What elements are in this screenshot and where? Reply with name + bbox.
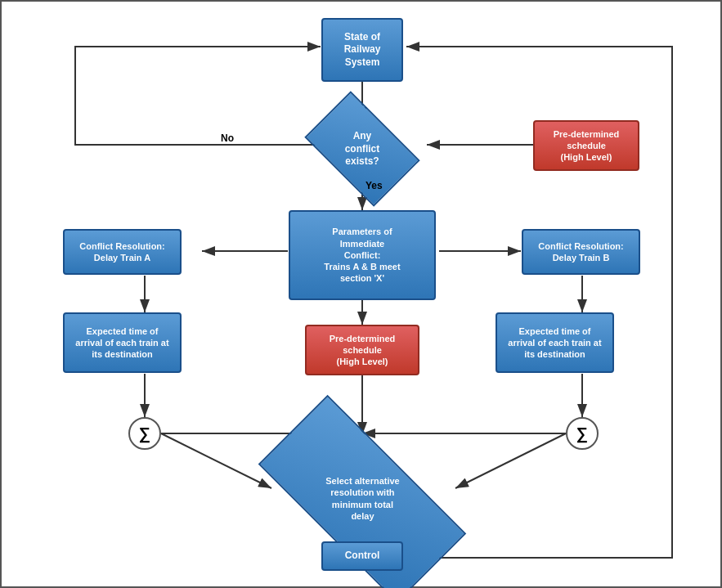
conflict-b-node: Conflict Resolution:Delay Train B <box>522 229 640 275</box>
sigma-left-node: ∑ <box>128 417 161 450</box>
conflict-a-node: Conflict Resolution:Delay Train A <box>63 229 182 275</box>
no-label: No <box>221 132 234 144</box>
predetermined-top-node: Pre-determinedschedule(High Level) <box>533 120 639 171</box>
sigma-right-node: ∑ <box>566 417 599 450</box>
railway-system-node: State of Railway System <box>321 18 403 82</box>
conflict-diamond-label: Anyconflictexists? <box>342 127 383 172</box>
eta-a-label: Expected time ofarrival of each train at… <box>75 325 168 361</box>
diagram-container: State of Railway System Anyconflictexist… <box>0 0 722 588</box>
conflict-diamond-node: Anyconflictexists? <box>304 91 419 206</box>
conflict-a-label: Conflict Resolution:Delay Train A <box>79 240 165 264</box>
sigma-right-symbol: ∑ <box>576 424 588 443</box>
control-label: Control <box>345 550 380 563</box>
yes-label: Yes <box>365 180 383 191</box>
control-node: Control <box>321 541 403 571</box>
eta-b-node: Expected time ofarrival of each train at… <box>496 312 614 373</box>
conflict-b-label: Conflict Resolution:Delay Train B <box>538 240 624 264</box>
predetermined-mid-label: Pre-determinedschedule(High Level) <box>330 333 396 368</box>
predetermined-mid-node: Pre-determinedschedule(High Level) <box>305 325 419 375</box>
eta-a-node: Expected time ofarrival of each train at… <box>63 312 182 373</box>
eta-b-label: Expected time ofarrival of each train at… <box>508 325 601 361</box>
predetermined-top-label: Pre-determinedschedule(High Level) <box>554 128 620 164</box>
sigma-left-symbol: ∑ <box>139 424 150 443</box>
parameters-label: Parameters ofImmediateConflict:Trains A … <box>324 226 400 284</box>
railway-system-label: State of Railway System <box>344 31 381 70</box>
parameters-node: Parameters ofImmediateConflict:Trains A … <box>289 210 436 300</box>
select-diamond-label: Select alternativeresolution withminimum… <box>322 472 403 525</box>
